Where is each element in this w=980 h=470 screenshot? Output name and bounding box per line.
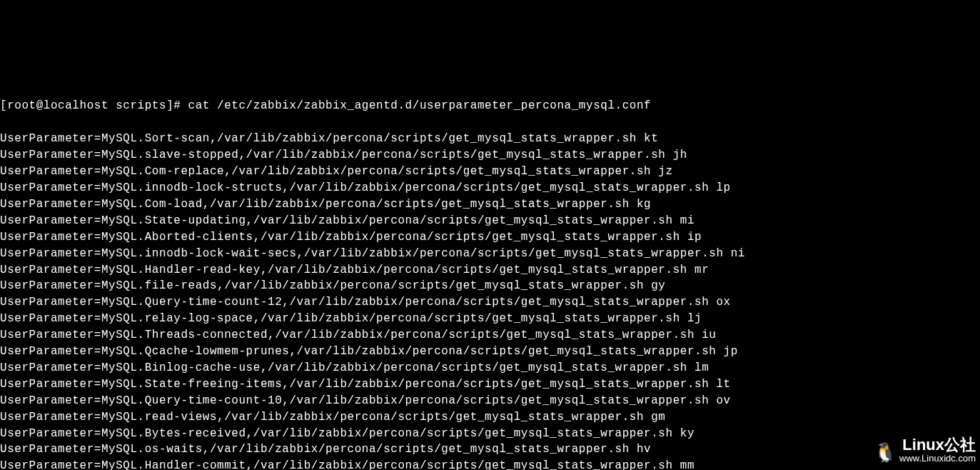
terminal-output: [root@localhost scripts]# cat /etc/zabbi… [0, 82, 980, 470]
prompt-line: [root@localhost scripts]# cat /etc/zabbi… [0, 99, 651, 112]
config-lines: UserParameter=MySQL.Sort-scan,/var/lib/z… [0, 132, 745, 470]
